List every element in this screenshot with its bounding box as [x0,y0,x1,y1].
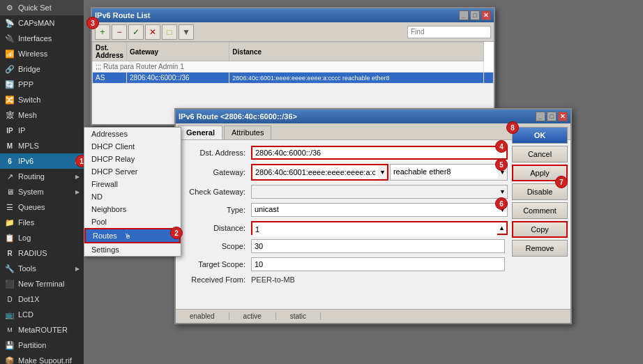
gateway-row: 5 Gateway: ▼ ▼ 2806:40c:6001:eeee:eeee:e… [181,164,508,181]
tools-arrow: ▶ [75,266,80,272]
target-scope-label: Target Scope: [181,260,251,268]
sidebar-item-interfaces[interactable]: 🔌 Interfaces [0,31,84,46]
distance-scroll-up[interactable]: ▲ [497,222,506,234]
sidebar-item-lcd[interactable]: 📺 LCD [0,307,84,322]
remove-route-btn[interactable]: − [112,24,127,40]
scope-input[interactable] [251,239,505,253]
submenu-label: DHCP Client [91,142,135,151]
submenu-neighbors[interactable]: Neighbors [84,203,181,215]
submenu-dhcp-client[interactable]: DHCP Client [84,140,181,153]
gateway-input-2[interactable] [391,165,498,179]
sidebar-item-ppp[interactable]: 🔄 PPP [0,77,84,92]
submenu-dhcp-relay[interactable]: DHCP Relay [84,153,181,165]
filter-btn[interactable]: ▼ [179,24,194,40]
dst-address-input[interactable] [251,146,508,160]
files-icon: 📁 [4,217,15,228]
sidebar-item-routing[interactable]: ↗ Routing ▶ [0,169,84,184]
sidebar-item-wireless[interactable]: 📶 Wireless [0,46,84,61]
dst-address-row: 4 Dst. Address: 2806:40c:6000::/36 [181,146,508,160]
cell-dst: 2806:40c:6000::/36 [127,73,229,84]
enable-route-btn[interactable]: ✓ [128,24,144,40]
badge-2: 2 [170,227,183,239]
route-detail-window: IPv6 Route <2806:40c:6000::/36> _ □ ✕ 8 … [174,108,572,324]
minimize-btn[interactable]: _ [459,10,469,20]
detail-maximize-btn[interactable]: □ [547,112,557,121]
sidebar-label: Dot1X [18,295,40,303]
submenu-addresses[interactable]: Addresses [84,128,181,140]
sidebar-label: Interfaces [18,34,52,43]
ok-button[interactable]: OK [512,127,568,144]
dst-label: Dst. Address: [181,149,251,157]
sidebar-item-partition[interactable]: 💾 Partition [0,338,84,353]
maximize-btn[interactable]: □ [470,10,480,20]
sidebar-item-radius[interactable]: R RADIUS [0,245,84,261]
buttons-panel: 8 OK Cancel Apply Disable Comment Copy R… [512,127,568,257]
ipv6-submenu: Addresses DHCP Client DHCP Relay DHCP Se… [84,127,181,257]
sidebar-item-files[interactable]: 📁 Files [0,215,84,230]
submenu-nd[interactable]: ND [84,190,181,203]
route-search[interactable] [407,26,491,38]
route-list-title: IPv6 Route List [95,11,150,20]
badge-4: 4 [495,140,508,153]
sidebar-item-bridge[interactable]: 🔗 Bridge [0,61,84,77]
close-btn[interactable]: ✕ [481,10,491,20]
routing-icon: ↗ [4,171,15,182]
detail-minimize-btn[interactable]: _ [536,112,545,121]
sidebar-item-log[interactable]: 📋 Log [0,230,84,245]
sidebar-item-quickset[interactable]: ⚙ Quick Set [0,0,84,15]
sidebar-item-tools[interactable]: 🔧 Tools ▶ [0,261,84,276]
sidebar-label: PPP [18,80,33,89]
check-gw-dropdown[interactable]: ▼ [498,185,507,198]
submenu-label: Firewall [91,180,118,188]
distance-input[interactable] [252,222,497,236]
partition-icon: 💾 [4,340,15,351]
submenu-dhcp-server[interactable]: DHCP Server [84,165,181,178]
switch-icon: 🔀 [4,94,15,105]
submenu-pool[interactable]: Pool [84,215,181,228]
disable-route-btn[interactable]: ✕ [145,24,160,40]
submenu-label: Routes [93,232,117,240]
gateway-input-1[interactable] [252,165,378,179]
sidebar-label: MetaROUTER [18,326,68,334]
tab-attributes[interactable]: Attributes [224,126,271,139]
gateway-label: Gateway: [181,168,251,176]
queues-icon: ☰ [4,202,15,213]
table-row[interactable]: AS 2806:40c:6000::/36 2806:40c:6001:eeee… [93,73,494,84]
copy-button[interactable]: Copy [512,221,568,238]
sidebar-item-supout[interactable]: 📦 Make Supout.rif [0,353,84,364]
comment-button[interactable]: Comment [512,202,568,219]
radius-icon: R [4,248,15,259]
sidebar-item-dot1x[interactable]: D Dot1X [0,291,84,307]
status-active: active [229,312,276,320]
remove-button[interactable]: Remove [512,240,568,257]
sidebar-item-new-terminal[interactable]: ⬛ New Terminal [0,276,84,291]
detail-close-btn[interactable]: ✕ [558,112,568,121]
submenu-routes[interactable]: Routes 🖱 [84,228,181,243]
gateway-inputs: ▼ ▼ [251,164,508,181]
sidebar-item-queues[interactable]: ☰ Queues [0,199,84,215]
sidebar-item-ipv6[interactable]: 6 IPv6 ▶ 1 [0,153,84,169]
cancel-button[interactable]: Cancel [512,146,568,162]
sidebar-label: System [18,188,44,196]
tab-general[interactable]: General [179,126,222,139]
sidebar-item-capsman[interactable]: 📡 CAPsMAN [0,15,84,31]
sidebar-label: IPv6 [18,157,33,165]
quickset-icon: ⚙ [4,2,15,13]
sidebar-item-system[interactable]: 🖥 System ▶ [0,184,84,199]
route-detail-title: IPv6 Route <2806:40c:6000::/36> [179,112,297,121]
dot1x-icon: D [4,294,15,305]
submenu-settings[interactable]: Settings [84,243,181,256]
submenu-firewall[interactable]: Firewall [84,178,181,190]
sidebar-item-ip[interactable]: IP IP [0,123,84,138]
sidebar-item-mpls[interactable]: M MPLS [0,138,84,153]
distance-label: Distance: [181,224,251,232]
edit-route-btn[interactable]: □ [162,24,177,40]
sidebar-item-mesh[interactable]: 🕸 Mesh [0,107,84,123]
sidebar-item-metarouter[interactable]: M MetaROUTER [0,322,84,338]
target-scope-input[interactable] [251,257,505,271]
gateway-dropdown-btn[interactable]: ▼ [378,165,387,179]
badge-5: 5 [495,158,508,171]
metarouter-icon: M [4,324,15,335]
sidebar-item-switch[interactable]: 🔀 Switch [0,92,84,107]
ppp-icon: 🔄 [4,79,15,90]
